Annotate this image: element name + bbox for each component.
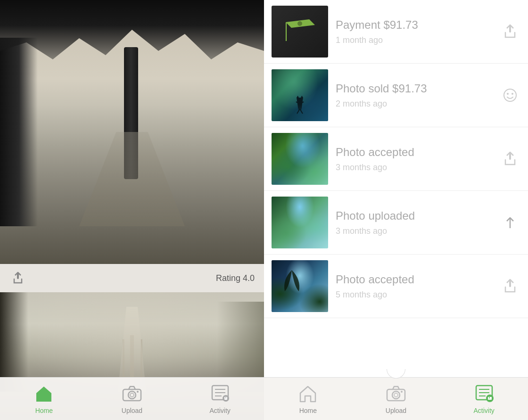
accepted1-share[interactable]	[500, 148, 520, 169]
sold-title: Photo sold $91.73	[336, 82, 500, 95]
accepted1-title: Photo accepted	[336, 146, 500, 159]
right-panel: Payment $91.73 1 month ago	[264, 0, 528, 420]
payment-thumb	[272, 6, 328, 58]
activity-icon-right	[474, 383, 495, 404]
uploaded-upload[interactable]	[500, 212, 520, 233]
accepted2-thumb	[272, 260, 328, 312]
nav-upload-right[interactable]: Upload	[353, 383, 440, 414]
svg-line-21	[300, 109, 303, 114]
accepted1-info: Photo accepted 3 months ago	[336, 142, 500, 176]
left-panel: Rating 4.0 Home	[0, 0, 264, 420]
payment-time: 1 month ago	[336, 35, 500, 45]
svg-point-22	[504, 89, 516, 101]
camera-icon-left	[122, 383, 142, 404]
accepted1-thumb	[272, 133, 328, 185]
upload-label-left: Upload	[122, 407, 142, 414]
svg-point-14	[297, 21, 302, 26]
nav-home-left[interactable]: Home	[0, 383, 88, 414]
nav-upload-left[interactable]: Upload	[89, 383, 176, 414]
activity-list: Payment $91.73 1 month ago	[264, 0, 528, 377]
accepted2-share[interactable]	[500, 276, 520, 296]
bottom-nav-right: Home Upload	[264, 377, 528, 420]
upload-label-right: Upload	[386, 407, 406, 414]
svg-rect-13	[224, 398, 227, 399]
activity-item-payment[interactable]: Payment $91.73 1 month ago	[264, 0, 528, 64]
home-icon-left	[33, 383, 54, 404]
accepted1-time: 3 months ago	[336, 163, 500, 173]
payment-info: Payment $91.73 1 month ago	[336, 15, 500, 49]
sold-thumb	[272, 69, 328, 121]
rating-text: Rating 4.0	[216, 273, 255, 283]
nav-home-right[interactable]: Home	[264, 383, 352, 414]
svg-point-23	[507, 93, 509, 95]
svg-point-30	[394, 393, 398, 397]
activity-label-left: Activity	[209, 407, 230, 414]
sold-info: Photo sold $91.73 2 months ago	[336, 78, 500, 113]
svg-point-31	[401, 391, 403, 393]
nav-activity-left[interactable]: Activity	[176, 383, 264, 414]
nav-activity-right[interactable]: Activity	[440, 383, 528, 414]
activity-item-accepted1[interactable]: Photo accepted 3 months ago	[264, 127, 528, 191]
activity-icon-left	[210, 383, 231, 404]
activity-item-uploaded[interactable]: Photo uploaded 3 months ago	[264, 191, 528, 255]
activity-label-right: Activity	[473, 407, 494, 414]
camera-icon-right	[386, 383, 406, 404]
svg-line-18	[296, 102, 300, 104]
home-icon-right	[297, 383, 318, 404]
svg-line-19	[300, 102, 304, 104]
bottom-nav-left: Home Upload	[0, 377, 264, 420]
accepted2-time: 5 months ago	[336, 290, 500, 300]
uploaded-time: 3 months ago	[336, 226, 500, 236]
payment-share[interactable]	[500, 21, 520, 42]
svg-point-29	[392, 391, 400, 399]
activity-item-accepted2[interactable]: Photo accepted 5 months ago	[264, 255, 528, 318]
uploaded-title: Photo uploaded	[336, 209, 500, 222]
uploaded-info: Photo uploaded 3 months ago	[336, 206, 500, 240]
home-label-right: Home	[299, 407, 317, 414]
uploaded-thumb	[272, 197, 328, 248]
top-photo[interactable]	[0, 0, 264, 264]
svg-line-20	[297, 109, 300, 114]
rating-bar: Rating 4.0	[0, 264, 264, 292]
svg-point-3	[128, 391, 136, 399]
nav-arc	[387, 369, 405, 379]
svg-rect-1	[41, 396, 47, 402]
svg-point-24	[512, 93, 513, 95]
svg-rect-39	[488, 398, 492, 399]
accepted2-info: Photo accepted 5 months ago	[336, 269, 500, 304]
sold-time: 2 months ago	[336, 99, 500, 109]
accepted2-title: Photo accepted	[336, 273, 500, 286]
sold-smile[interactable]	[500, 85, 520, 106]
home-label-left: Home	[35, 407, 53, 414]
activity-item-sold[interactable]: Photo sold $91.73 2 months ago	[264, 64, 528, 127]
share-button[interactable]	[9, 270, 26, 287]
payment-title: Payment $91.73	[336, 18, 500, 32]
svg-point-4	[130, 393, 134, 397]
svg-point-16	[298, 98, 302, 101]
svg-point-5	[137, 391, 139, 393]
